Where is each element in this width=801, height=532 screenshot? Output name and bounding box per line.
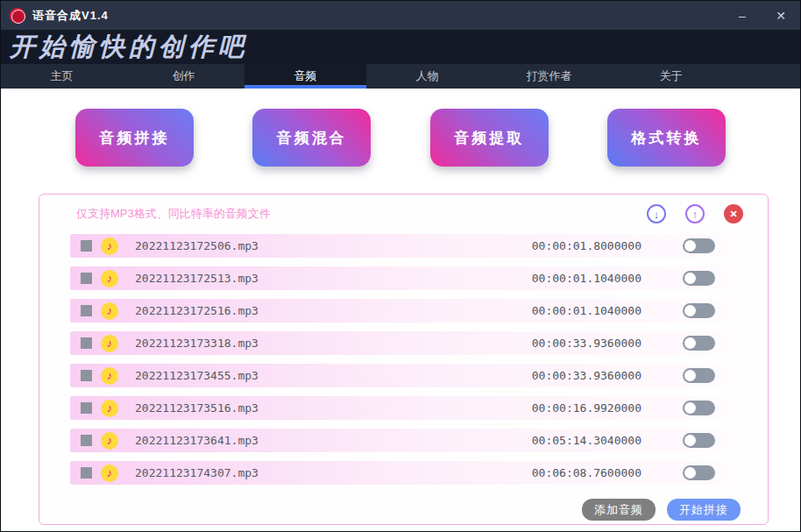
file-row: ♪ 20221123172513.mp3 00:00:01.1040000	[70, 266, 733, 290]
close-button[interactable]: ✕	[762, 1, 800, 30]
row-toggle[interactable]	[683, 238, 715, 253]
active-tab-indicator	[245, 85, 366, 89]
music-note-icon: ♪	[101, 238, 118, 255]
music-note-icon: ♪	[101, 302, 118, 320]
banner-headline: 开始愉快的创作吧	[1, 30, 248, 64]
move-up-icon[interactable]: ↑	[685, 204, 705, 223]
toggle-knob	[684, 240, 696, 252]
file-row: ♪ 20221123173318.mp3 00:00:33.9360000	[70, 331, 733, 355]
file-row: ♪ 20221123174307.mp3 00:06:08.7600000	[70, 461, 733, 485]
row-toggle[interactable]	[683, 336, 715, 351]
toggle-knob	[684, 435, 696, 446]
file-duration: 00:05:14.3040000	[532, 434, 642, 447]
toggle-knob	[684, 370, 696, 381]
row-toggle[interactable]	[683, 465, 715, 480]
row-checkbox[interactable]	[81, 370, 92, 381]
file-name: 20221123173641.mp3	[135, 434, 259, 447]
tab-about[interactable]: 关于	[610, 64, 732, 89]
file-duration: 00:06:08.7600000	[532, 466, 642, 479]
title-bar: 语音合成V1.4 – ✕	[1, 1, 800, 30]
file-duration: 00:00:33.9360000	[532, 369, 642, 382]
toggle-knob	[684, 305, 696, 316]
file-name: 20221123172506.mp3	[135, 239, 259, 252]
audio-mix-button[interactable]: 音频混合	[252, 109, 371, 167]
row-checkbox[interactable]	[81, 402, 92, 414]
file-duration: 00:00:01.1040000	[532, 304, 642, 317]
file-row: ♪ 20221123172506.mp3 00:00:01.8000000	[70, 234, 733, 258]
file-name: 20221123173516.mp3	[135, 401, 259, 415]
file-list: ♪ 20221123172506.mp3 00:00:01.8000000 ♪ …	[70, 234, 733, 485]
tab-audio-label: 音频	[294, 68, 317, 84]
move-down-icon[interactable]: ↓	[647, 204, 666, 223]
audio-splice-button[interactable]: 音频拼接	[75, 109, 194, 167]
clear-all-icon[interactable]: ✕	[724, 204, 743, 223]
tab-home[interactable]: 主页	[1, 64, 123, 89]
music-note-icon: ♪	[101, 335, 118, 352]
file-name: 20221123174307.mp3	[135, 466, 259, 479]
audio-extract-button[interactable]: 音频提取	[430, 109, 549, 167]
row-toggle[interactable]	[683, 368, 715, 383]
tab-bar: 主页 创作 音频 人物 打赏作者 关于	[1, 64, 800, 89]
row-toggle[interactable]	[683, 433, 715, 448]
file-duration: 00:00:16.9920000	[532, 401, 642, 415]
file-name: 20221123173455.mp3	[135, 369, 259, 382]
row-checkbox[interactable]	[81, 435, 92, 446]
music-note-icon: ♪	[101, 432, 118, 450]
toggle-knob	[684, 467, 696, 479]
music-note-icon: ♪	[101, 270, 118, 287]
panel-footer: 添加音频 开始拼接	[39, 499, 741, 521]
file-panel: 仅支持MP3格式、同比特率的音频文件 ↓ ↑ ✕ ♪ 2022112317250…	[39, 194, 769, 525]
minimize-button[interactable]: –	[723, 1, 762, 30]
file-row: ♪ 20221123172516.mp3 00:00:01.1040000	[70, 299, 733, 323]
file-name: 20221123173318.mp3	[135, 337, 259, 350]
panel-header: 仅支持MP3格式、同比特率的音频文件 ↓ ↑ ✕	[39, 195, 768, 223]
file-name: 20221123172513.mp3	[135, 272, 259, 285]
row-checkbox[interactable]	[81, 305, 92, 316]
file-name: 20221123172516.mp3	[135, 304, 259, 317]
banner: 开始愉快的创作吧	[1, 30, 800, 64]
app-icon	[10, 8, 25, 24]
music-note-icon: ♪	[101, 367, 118, 385]
row-checkbox[interactable]	[81, 337, 92, 349]
tab-audio[interactable]: 音频	[245, 64, 366, 89]
tab-donate[interactable]: 打赏作者	[488, 64, 610, 89]
file-duration: 00:00:33.9360000	[532, 337, 642, 350]
start-splice-button[interactable]: 开始拼接	[667, 499, 741, 521]
file-row: ♪ 20221123173641.mp3 00:05:14.3040000	[70, 429, 733, 452]
toggle-knob	[684, 337, 696, 349]
row-checkbox[interactable]	[81, 240, 92, 252]
file-duration: 00:00:01.1040000	[532, 272, 642, 285]
toggle-knob	[684, 402, 696, 414]
file-duration: 00:00:01.8000000	[532, 239, 642, 252]
format-hint-text: 仅支持MP3格式、同比特率的音频文件	[76, 206, 627, 222]
row-toggle[interactable]	[683, 401, 715, 415]
add-audio-button[interactable]: 添加音频	[582, 499, 656, 521]
format-convert-button[interactable]: 格式转换	[607, 109, 726, 167]
row-toggle[interactable]	[683, 271, 715, 286]
action-button-row: 音频拼接 音频混合 音频提取 格式转换	[1, 109, 800, 167]
tab-create[interactable]: 创作	[123, 64, 245, 89]
row-checkbox[interactable]	[81, 467, 92, 479]
file-row: ♪ 20221123173455.mp3 00:00:33.9360000	[70, 364, 733, 387]
window-title: 语音合成V1.4	[32, 8, 109, 24]
row-toggle[interactable]	[683, 303, 715, 318]
music-note-icon: ♪	[101, 400, 118, 417]
toggle-knob	[684, 273, 696, 284]
music-note-icon: ♪	[101, 465, 118, 482]
file-row: ♪ 20221123173516.mp3 00:00:16.9920000	[70, 396, 733, 420]
row-checkbox[interactable]	[81, 273, 92, 284]
app-window: 语音合成V1.4 – ✕ 开始愉快的创作吧 主页 创作 音频 人物 打赏作者 关…	[0, 0, 801, 532]
tab-character[interactable]: 人物	[366, 64, 488, 89]
